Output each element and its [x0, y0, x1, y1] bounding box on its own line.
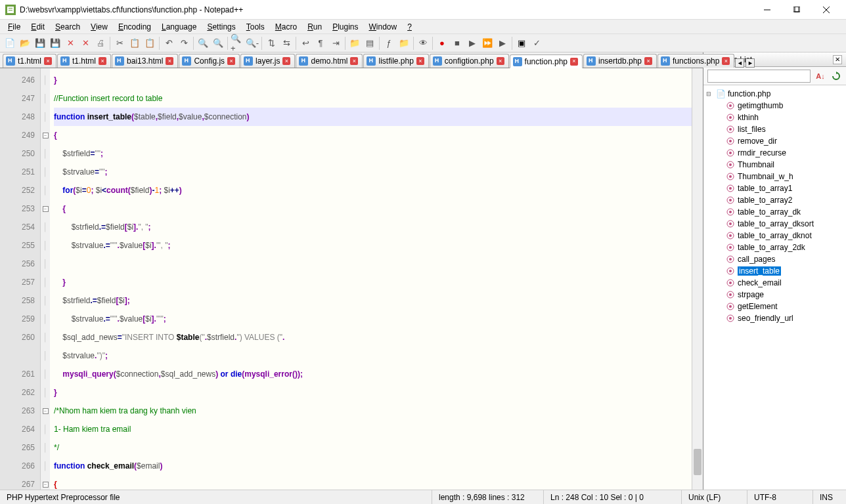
func-call_pages[interactable]: call_pages: [703, 253, 846, 265]
tab-close-icon[interactable]: ×: [166, 57, 173, 65]
tab-function-php[interactable]: function.php×: [510, 54, 583, 68]
tab-close-icon[interactable]: ×: [350, 57, 358, 65]
tab-t1-html[interactable]: t1.html×: [57, 54, 111, 68]
tab-close-icon[interactable]: ×: [722, 57, 730, 65]
fold-toggle[interactable]: −: [43, 206, 49, 212]
func-insert_table[interactable]: insert_table: [703, 265, 846, 277]
menu-language[interactable]: Language: [156, 21, 202, 33]
refresh-icon[interactable]: [830, 70, 842, 82]
tab-listfile-php[interactable]: listfile.php×: [363, 54, 428, 68]
fold-toggle[interactable]: −: [43, 408, 49, 414]
func-table_to_array2[interactable]: table_to_array2: [703, 194, 846, 206]
undo-icon[interactable]: ↶: [162, 36, 176, 51]
func-remove_dir[interactable]: remove_dir: [703, 135, 846, 147]
save-all-icon[interactable]: 💾: [48, 36, 62, 51]
scrollbar-vertical[interactable]: [692, 68, 703, 490]
cmd-icon[interactable]: ▣: [514, 36, 529, 51]
minimize-button[interactable]: [752, 0, 782, 19]
play-icon[interactable]: ▶: [465, 36, 479, 51]
func-table_to_array_dk[interactable]: table_to_array_dk: [703, 206, 846, 218]
tree-root[interactable]: ⊟📄function.php: [703, 88, 846, 100]
function-search-input[interactable]: [707, 70, 811, 83]
tab-next-button[interactable]: ►: [746, 58, 755, 68]
menu-tools[interactable]: Tools: [241, 21, 270, 33]
save-macro-icon[interactable]: ▶: [495, 36, 510, 51]
func-seo_friendly_url[interactable]: seo_friendly_url: [703, 312, 846, 324]
paste-icon[interactable]: 📋: [143, 36, 157, 51]
stop-icon[interactable]: ■: [450, 36, 464, 51]
tab-close-icon[interactable]: ×: [282, 57, 290, 65]
zoom-in-icon[interactable]: 🔍+: [230, 36, 244, 51]
close-icon[interactable]: ✕: [63, 36, 78, 51]
tab-prev-button[interactable]: ◄: [735, 58, 744, 68]
spell-icon[interactable]: ✓: [529, 36, 544, 51]
code-area[interactable]: }//Function insert record to tablefuncti…: [50, 68, 692, 490]
tab-close-icon[interactable]: ×: [227, 57, 235, 65]
func-table_to_array_dksort[interactable]: table_to_array_dksort: [703, 218, 846, 230]
menu-view[interactable]: View: [85, 21, 113, 33]
tab-layer-js[interactable]: layer.js×: [240, 54, 295, 68]
func-list-icon[interactable]: ƒ: [382, 36, 396, 51]
tab-Config-js[interactable]: Config.js×: [179, 54, 240, 68]
print-icon[interactable]: 🖨: [93, 36, 108, 51]
menu-run[interactable]: Run: [302, 21, 327, 33]
tab-close-icon[interactable]: ×: [644, 57, 652, 65]
menu-edit[interactable]: Edit: [26, 21, 50, 33]
menu-window[interactable]: Window: [364, 21, 403, 33]
func-getimgthumb[interactable]: getimgthumb: [703, 100, 846, 112]
menu-settings[interactable]: Settings: [202, 21, 240, 33]
folder-icon[interactable]: 📁: [397, 36, 411, 51]
func-table_to_array1[interactable]: table_to_array1: [703, 182, 846, 194]
tab-configtion-php[interactable]: configtion.php×: [430, 54, 509, 68]
sync-v-icon[interactable]: ⇅: [264, 36, 278, 51]
func-strpage[interactable]: strpage: [703, 289, 846, 301]
close-button[interactable]: [811, 0, 841, 19]
sort-icon[interactable]: A↓: [814, 70, 826, 82]
rec-icon[interactable]: ●: [435, 36, 449, 51]
chars-icon[interactable]: ¶: [313, 36, 328, 51]
func-Thumbnail_w_h[interactable]: Thumbnail_w_h: [703, 171, 846, 182]
lang-icon[interactable]: 📁: [347, 36, 362, 51]
menu-?[interactable]: ?: [402, 21, 417, 33]
maximize-button[interactable]: [782, 0, 811, 19]
func-table_to_array_2dk[interactable]: table_to_array_2dk: [703, 242, 846, 253]
copy-icon[interactable]: 📋: [127, 36, 142, 51]
panel-close-button[interactable]: ✕: [833, 55, 842, 64]
tab-demo-html[interactable]: demo.html×: [296, 54, 363, 68]
menu-macro[interactable]: Macro: [270, 21, 302, 33]
func-rmdir_recurse[interactable]: rmdir_recurse: [703, 147, 846, 159]
fold-toggle[interactable]: −: [43, 482, 49, 488]
new-icon[interactable]: 📄: [3, 36, 17, 51]
monitor-icon[interactable]: 👁: [416, 36, 430, 51]
func-list_files[interactable]: list_files: [703, 123, 846, 135]
indent-icon[interactable]: ⇥: [328, 36, 343, 51]
func-kthinh[interactable]: kthinh: [703, 112, 846, 123]
menu-encoding[interactable]: Encoding: [113, 21, 156, 33]
tab-t1-html[interactable]: t1.html×: [3, 54, 56, 68]
replace-icon[interactable]: 🔍: [211, 36, 225, 51]
tab-close-icon[interactable]: ×: [570, 58, 578, 66]
redo-icon[interactable]: ↷: [177, 36, 191, 51]
menu-file[interactable]: File: [3, 21, 26, 33]
zoom-out-icon[interactable]: 🔍-: [245, 36, 259, 51]
close-all-icon[interactable]: ✕: [78, 36, 93, 51]
scrollbar-thumb[interactable]: [694, 449, 701, 475]
menu-search[interactable]: Search: [50, 21, 85, 33]
menu-plugins[interactable]: Plugins: [327, 21, 363, 33]
tab-functions-php[interactable]: functions.php×: [657, 54, 734, 68]
tab-close-icon[interactable]: ×: [44, 57, 52, 65]
tab-close-icon[interactable]: ×: [99, 57, 106, 65]
save-icon[interactable]: 💾: [33, 36, 47, 51]
find-icon[interactable]: 🔍: [196, 36, 210, 51]
wrap-icon[interactable]: ↩: [298, 36, 313, 51]
cut-icon[interactable]: ✂: [112, 36, 127, 51]
fold-toggle[interactable]: −: [43, 133, 49, 138]
tab-insertdb-php[interactable]: insertdb.php×: [583, 54, 657, 68]
tab-bai13-html[interactable]: bai13.html×: [112, 54, 178, 68]
play-multi-icon[interactable]: ⏩: [480, 36, 495, 51]
tab-close-icon[interactable]: ×: [497, 57, 504, 65]
func-getElement[interactable]: getElement: [703, 301, 846, 312]
sync-h-icon[interactable]: ⇆: [279, 36, 294, 51]
tab-close-icon[interactable]: ×: [416, 57, 424, 65]
doc-map-icon[interactable]: ▤: [363, 36, 377, 51]
